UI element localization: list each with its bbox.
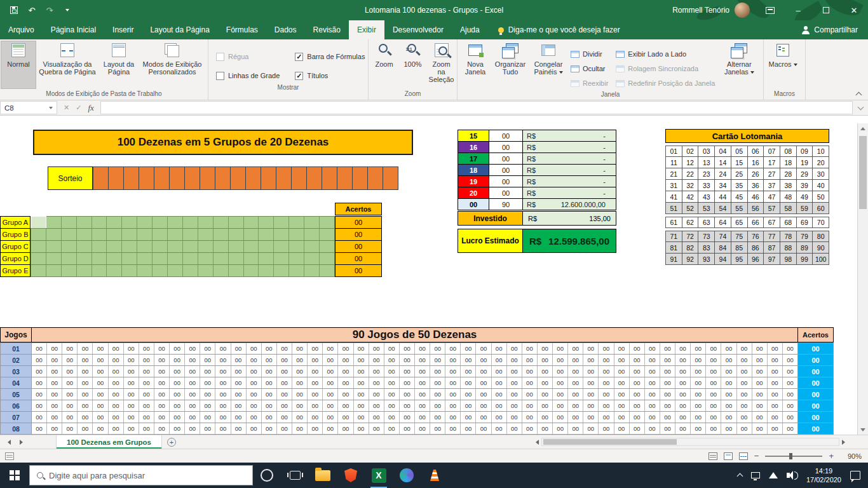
jogo-label[interactable]: 07 <box>1 412 31 423</box>
grupo-cell[interactable] <box>153 229 167 240</box>
user-name[interactable]: Rommell Tenório <box>672 6 729 15</box>
jogo-cell[interactable]: 00 <box>32 412 46 423</box>
cartao-cell[interactable]: 68 <box>780 217 796 227</box>
jogo-cell[interactable]: 00 <box>476 400 491 411</box>
jogo-cell[interactable]: 00 <box>139 366 154 377</box>
grupo-cell[interactable] <box>62 241 76 252</box>
jogo-cell[interactable]: 00 <box>292 343 307 354</box>
action-center-icon[interactable] <box>850 471 860 480</box>
avatar[interactable] <box>735 3 750 18</box>
cartao-cell[interactable]: 54 <box>715 203 731 214</box>
jogo-cell[interactable]: 00 <box>568 355 583 365</box>
jogo-cell[interactable]: 00 <box>599 343 613 354</box>
jogo-cell[interactable]: 00 <box>338 423 353 434</box>
jogo-cell[interactable]: 00 <box>369 343 384 354</box>
jogo-cell[interactable]: 00 <box>185 366 200 377</box>
jogo-cell[interactable]: 00 <box>461 400 475 411</box>
jogo-cell[interactable]: 00 <box>308 400 322 411</box>
grupo-cell[interactable] <box>274 229 288 240</box>
cartao-cell[interactable]: 26 <box>748 168 764 179</box>
cartao-cell[interactable]: 08 <box>780 146 796 156</box>
cartao-cell[interactable]: 36 <box>748 180 764 191</box>
jogo-cell[interactable]: 00 <box>47 355 62 365</box>
sorteio-cell[interactable] <box>139 167 154 189</box>
cartao-cell[interactable]: 50 <box>813 191 829 202</box>
scroll-down-arrow[interactable] <box>858 424 868 435</box>
grupo-cell[interactable] <box>31 265 46 276</box>
premio-money[interactable]: R$12.600.000,00 <box>523 199 616 210</box>
jogo-cell[interactable]: 00 <box>62 423 77 434</box>
jogo-cell[interactable]: 00 <box>323 412 337 423</box>
jogo-cell[interactable]: 00 <box>783 377 797 388</box>
premio-count[interactable]: 00 <box>489 130 522 141</box>
grupo-cell[interactable] <box>229 229 243 240</box>
cartao-cell[interactable]: 10 <box>813 146 829 156</box>
signal-icon[interactable] <box>769 472 778 478</box>
jogo-cell[interactable]: 00 <box>752 343 767 354</box>
jogo-cell[interactable]: 00 <box>154 366 169 377</box>
jogo-cell[interactable]: 00 <box>599 412 613 423</box>
jogo-cell[interactable]: 00 <box>538 389 552 400</box>
jogo-label[interactable]: 08 <box>1 423 31 434</box>
jogo-cell[interactable]: 00 <box>553 412 567 423</box>
page-layout-view-toggle[interactable] <box>724 452 733 460</box>
jogo-cell[interactable]: 00 <box>215 400 230 411</box>
checkbox-barra-de-formulas[interactable]: Barra de Fórmulas <box>295 50 365 64</box>
jogo-cell[interactable]: 00 <box>507 377 522 388</box>
jogo-cell[interactable]: 00 <box>737 343 752 354</box>
button-exibir-lado-a-lado[interactable]: Exibir Lado a Lado <box>616 48 715 60</box>
jogo-cell[interactable]: 00 <box>277 423 292 434</box>
jogo-cell[interactable]: 00 <box>660 423 675 434</box>
jogo-cell[interactable]: 00 <box>247 355 261 365</box>
premio-count[interactable]: 00 <box>489 165 522 175</box>
jogo-cell[interactable]: 00 <box>706 377 721 388</box>
grupo-cell[interactable] <box>274 265 288 276</box>
jogo-cell[interactable]: 00 <box>231 343 246 354</box>
jogo-cell[interactable]: 00 <box>522 412 537 423</box>
jogo-cell[interactable]: 00 <box>185 400 200 411</box>
grupo-cell[interactable] <box>274 253 288 264</box>
premio-money[interactable]: R$- <box>523 165 616 175</box>
jogo-cell[interactable]: 00 <box>384 366 399 377</box>
expand-formula-bar-button[interactable] <box>853 100 868 115</box>
jogo-cell[interactable]: 00 <box>170 355 184 365</box>
ribbon-display-options-button[interactable] <box>756 0 784 20</box>
jogo-cell[interactable]: 00 <box>200 412 215 423</box>
cortana-button[interactable] <box>253 463 281 488</box>
jogo-cell[interactable]: 00 <box>568 343 583 354</box>
jogo-cell[interactable]: 00 <box>109 423 123 434</box>
jogo-cell[interactable]: 00 <box>522 366 537 377</box>
grupo-cell[interactable] <box>198 217 213 228</box>
grupo-cell[interactable] <box>153 241 167 252</box>
grupo-cell[interactable] <box>46 229 61 240</box>
premio-num[interactable]: 18 <box>458 165 489 175</box>
jogo-cell[interactable]: 00 <box>568 366 583 377</box>
jogo-cell[interactable]: 00 <box>522 389 537 400</box>
cartao-cell[interactable]: 13 <box>698 157 714 168</box>
jogo-cell[interactable]: 00 <box>445 355 460 365</box>
new-sheet-button[interactable]: + <box>162 435 181 449</box>
jogo-cell[interactable]: 00 <box>369 355 384 365</box>
active-cell[interactable] <box>31 217 46 228</box>
jogo-cell[interactable]: 00 <box>109 366 123 377</box>
jogo-cell[interactable]: 00 <box>124 389 139 400</box>
jogo-cell[interactable]: 00 <box>308 389 322 400</box>
jogo-cell[interactable]: 00 <box>476 423 491 434</box>
grupo-cell[interactable] <box>92 241 107 252</box>
grupo-cell[interactable] <box>214 265 228 276</box>
jogo-cell[interactable]: 00 <box>752 377 767 388</box>
jogo-cell[interactable]: 00 <box>675 355 690 365</box>
jogo-cell[interactable]: 00 <box>430 400 445 411</box>
cartao-cell[interactable]: 23 <box>698 168 714 179</box>
grupo-cell[interactable] <box>320 265 334 276</box>
grupo-cell[interactable] <box>107 265 121 276</box>
premio-num[interactable]: 16 <box>458 142 489 152</box>
sorteio-cell[interactable] <box>337 167 352 189</box>
jogo-cell[interactable]: 00 <box>583 389 598 400</box>
cartao-cell[interactable]: 33 <box>698 180 714 191</box>
cartao-cell[interactable]: 92 <box>682 254 698 264</box>
grupo-label[interactable]: Grupo C <box>0 240 31 253</box>
grupo-cell[interactable] <box>289 265 304 276</box>
jogo-cell[interactable]: 00 <box>783 389 797 400</box>
jogo-cell[interactable]: 00 <box>660 355 675 365</box>
